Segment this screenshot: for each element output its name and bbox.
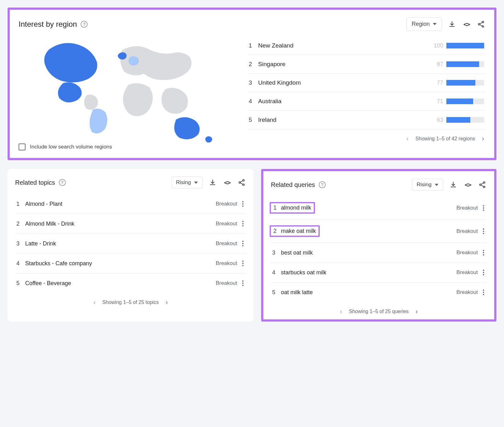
- list-rank: 2: [273, 228, 277, 234]
- list-item[interactable]: 2make oat milkBreakout: [271, 220, 487, 243]
- chevron-down-icon: [433, 23, 437, 25]
- share-icon[interactable]: [237, 178, 246, 187]
- share-icon[interactable]: [477, 20, 485, 29]
- list-rank: 1: [273, 205, 277, 211]
- list-item[interactable]: 1Almond - PlantBreakout: [15, 194, 246, 214]
- region-bar: [446, 117, 484, 123]
- chevron-right-icon[interactable]: ›: [414, 308, 419, 315]
- region-value: 77: [427, 80, 443, 86]
- more-icon[interactable]: [482, 204, 485, 212]
- region-bar: [446, 61, 484, 67]
- download-icon[interactable]: [208, 178, 217, 187]
- list-rank: 1: [16, 201, 25, 207]
- list-label: Almond Milk - Drink: [25, 221, 216, 227]
- region-row[interactable]: 4Australia71: [248, 92, 485, 111]
- topics-sort-select[interactable]: Rising: [171, 177, 203, 188]
- list-label: starbucks oat milk: [281, 269, 456, 276]
- help-icon[interactable]: ?: [59, 179, 66, 186]
- list-rank: 4: [272, 269, 281, 276]
- embed-icon[interactable]: <>: [463, 180, 472, 189]
- queries-pager-text: Showing 1–5 of 25 queries: [349, 309, 409, 314]
- more-icon[interactable]: [241, 259, 245, 267]
- list-item[interactable]: 3Latte - DrinkBreakout: [15, 234, 246, 254]
- region-name: Singapore: [258, 61, 427, 68]
- list-tag: Breakout: [456, 250, 478, 256]
- more-icon[interactable]: [482, 227, 485, 235]
- queries-sort-label: Rising: [417, 182, 432, 188]
- topics-pager: ‹ Showing 1–5 of 25 topics ›: [15, 299, 246, 306]
- list-rank: 3: [16, 240, 25, 247]
- list-label: best oat milk: [281, 250, 456, 256]
- share-icon[interactable]: [478, 180, 487, 189]
- list-rank: 2: [16, 221, 25, 227]
- region-rank: 5: [249, 116, 258, 123]
- queries-pager: ‹ Showing 1–5 of 25 queries ›: [271, 308, 487, 315]
- list-item[interactable]: 4Starbucks - Cafe companyBreakout: [15, 254, 246, 273]
- more-icon[interactable]: [241, 220, 245, 228]
- download-icon[interactable]: [449, 180, 458, 189]
- chevron-left-icon[interactable]: ‹: [92, 299, 97, 306]
- highlighted-query: 2make oat milk: [270, 225, 320, 237]
- list-item[interactable]: 5oat milk latteBreakout: [271, 283, 487, 302]
- region-row[interactable]: 1New Zealand100: [248, 37, 485, 55]
- list-rank: 5: [272, 289, 281, 296]
- list-item[interactable]: 1almond milkBreakout: [271, 196, 487, 220]
- region-bar: [446, 80, 484, 86]
- region-name: Ireland: [258, 116, 427, 123]
- more-icon[interactable]: [241, 200, 245, 208]
- region-value: 71: [427, 98, 443, 105]
- more-icon[interactable]: [241, 239, 245, 248]
- chevron-left-icon[interactable]: ‹: [339, 308, 343, 315]
- region-row[interactable]: 3United Kingdom77: [248, 74, 485, 92]
- list-tag: Breakout: [456, 289, 478, 295]
- list-item[interactable]: 5Coffee - BeverageBreakout: [15, 273, 246, 293]
- list-label: Starbucks - Cafe company: [25, 260, 216, 267]
- more-icon[interactable]: [241, 279, 245, 287]
- region-pager-text: Showing 1–5 of 42 regions: [415, 136, 475, 142]
- region-list: 1New Zealand1002Singapore873United Kingd…: [248, 37, 485, 150]
- region-rank: 4: [249, 98, 258, 105]
- more-icon[interactable]: [482, 288, 485, 296]
- list-item[interactable]: 2Almond Milk - DrinkBreakout: [15, 214, 246, 234]
- list-tag: Breakout: [216, 240, 237, 247]
- highlighted-query: 1almond milk: [270, 202, 315, 214]
- list-label: Almond - Plant: [25, 201, 216, 207]
- more-icon[interactable]: [482, 249, 485, 257]
- download-icon[interactable]: [448, 20, 456, 29]
- help-icon[interactable]: ?: [319, 181, 326, 188]
- interest-by-region-card: Interest by region ? Region <>: [8, 8, 496, 160]
- chevron-right-icon[interactable]: ›: [164, 299, 169, 306]
- list-item[interactable]: 3best oat milkBreakout: [271, 243, 487, 263]
- related-topics-card: Related topics ? Rising <> 1Almond - Pla…: [8, 169, 254, 322]
- list-rank: 5: [16, 280, 25, 287]
- queries-sort-select[interactable]: Rising: [412, 179, 443, 191]
- related-queries-card: Related queries ? Rising <>: [261, 169, 496, 322]
- list-item[interactable]: 4starbucks oat milkBreakout: [271, 263, 487, 283]
- queries-title: Related queries: [271, 181, 315, 188]
- list-tag: Breakout: [456, 228, 478, 234]
- region-scope-select[interactable]: Region: [406, 17, 442, 31]
- chevron-down-icon: [194, 182, 198, 184]
- region-value: 63: [427, 117, 443, 123]
- low-volume-checkbox[interactable]: [19, 143, 26, 150]
- chevron-right-icon[interactable]: ›: [481, 135, 485, 142]
- world-map[interactable]: [19, 37, 238, 137]
- region-name: United Kingdom: [258, 79, 427, 86]
- topics-title: Related topics: [15, 179, 55, 186]
- embed-icon[interactable]: <>: [223, 178, 232, 187]
- topics-pager-text: Showing 1–5 of 25 topics: [102, 300, 159, 305]
- list-label: oat milk latte: [281, 289, 456, 296]
- list-label: make oat milk: [281, 228, 316, 234]
- region-value: 100: [427, 42, 443, 49]
- embed-icon[interactable]: <>: [462, 20, 471, 29]
- region-row[interactable]: 5Ireland63: [248, 111, 485, 129]
- chevron-left-icon[interactable]: ‹: [405, 135, 410, 142]
- list-tag: Breakout: [216, 221, 237, 227]
- more-icon[interactable]: [482, 268, 485, 277]
- region-row[interactable]: 2Singapore87: [248, 55, 485, 74]
- region-rank: 1: [249, 42, 258, 49]
- region-bar: [446, 43, 484, 48]
- region-rank: 3: [249, 79, 258, 86]
- region-pager: ‹ Showing 1–5 of 42 regions ›: [248, 135, 485, 142]
- chevron-down-icon: [435, 184, 438, 186]
